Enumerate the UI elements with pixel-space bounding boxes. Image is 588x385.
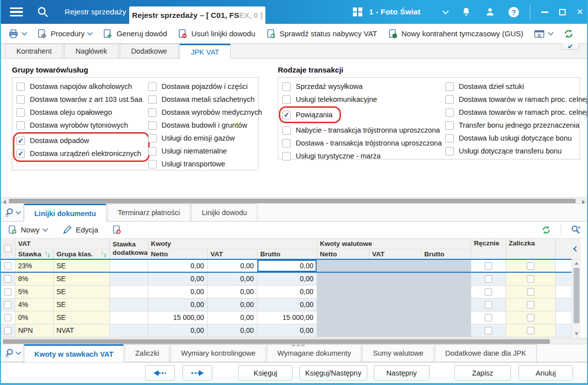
cell-brutto[interactable]: 15 000,00 — [257, 311, 317, 324]
row-checkbox[interactable] — [4, 288, 11, 296]
checkbox[interactable] — [282, 126, 291, 135]
tab-naglowek[interactable]: Nagłówek — [64, 44, 119, 58]
checkbox-item[interactable]: Dostawa budowli i gruntów — [148, 119, 262, 132]
new-line-chevron-down-icon[interactable] — [42, 226, 48, 231]
checkbox[interactable] — [445, 134, 454, 143]
ribbon-collapse-handle[interactable] — [561, 43, 579, 50]
row-checkbox[interactable] — [4, 301, 11, 308]
cell-stawka-dodatkowa[interactable] — [109, 298, 148, 311]
checkbox-item[interactable]: Dostawa towarów w ramach proc. celnej 42 — [445, 93, 588, 106]
refresh-button[interactable] — [558, 24, 580, 43]
edit-line-button[interactable]: Edycja — [57, 222, 103, 238]
cell-netto[interactable]: 0,00 — [148, 298, 207, 311]
cell-grupa[interactable]: NVAT — [53, 324, 109, 337]
app-grid-icon[interactable] — [353, 7, 362, 17]
checkbox[interactable] — [148, 121, 157, 130]
checkbox-item[interactable]: Nabycie - transakcja trójstronna uproszc… — [282, 124, 441, 137]
checkbox[interactable] — [282, 139, 291, 148]
tab-kwoty-w-stawkach-vat[interactable]: Kwoty w stawkach VAT — [24, 344, 124, 362]
cell-brutto[interactable]: 0,00 — [257, 324, 317, 337]
row-checkbox[interactable] — [4, 314, 11, 321]
checkbox[interactable] — [282, 152, 291, 160]
table-row[interactable]: 8% SE 0,00 0,00 0,00 — [1, 272, 572, 285]
hamburger-menu-icon[interactable] — [10, 7, 23, 16]
table-row[interactable]: 5% SE 0,00 0,00 0,00 — [1, 285, 572, 298]
column-wal-brutto[interactable]: Brutto — [421, 249, 471, 259]
checkbox-checked[interactable] — [16, 137, 25, 145]
checkbox[interactable] — [16, 82, 25, 91]
tab-dodatkowe[interactable]: Dodatkowe — [120, 44, 179, 58]
cell-brutto[interactable]: 0,00 — [257, 298, 317, 311]
checkbox[interactable] — [445, 95, 454, 104]
document-tab[interactable]: Rejestr sprzedaży – [ C01, FSEX, 0 ] — [129, 6, 265, 24]
grid-view-settings-button[interactable] — [1, 344, 24, 362]
column-grupa-klas[interactable]: Grupa klas.3 — [53, 249, 109, 259]
tab-linijki-dowodu[interactable]: Linijki dowodu — [191, 204, 257, 221]
column-recznie[interactable]: Ręcznie — [471, 238, 505, 259]
recznie-checkbox[interactable] — [485, 288, 492, 296]
ksieguj-nastepny-button[interactable]: Księguj/Następny — [299, 365, 367, 381]
scroll-up-arrow[interactable] — [575, 262, 579, 265]
grid-view-settings-button[interactable] — [1, 204, 24, 221]
checkbox[interactable] — [282, 82, 291, 91]
grid-view-chevron-down-icon[interactable] — [15, 209, 21, 214]
scrollbar-thumb[interactable] — [9, 199, 576, 203]
zaliczka-checkbox[interactable] — [527, 327, 534, 334]
window-settings-chevron-down-icon[interactable] — [548, 30, 553, 35]
cell-netto[interactable]: 0,00 — [148, 285, 207, 298]
grid-view-chevron-down-icon[interactable] — [15, 349, 21, 355]
checkbox-item[interactable]: Usługi niematerialne — [148, 145, 262, 157]
checkbox-item[interactable]: Powiązania — [282, 108, 333, 121]
checkbox-item[interactable]: Dostawa pojazdów i części — [148, 80, 262, 93]
help-icon[interactable] — [508, 7, 519, 17]
notifications-bell-icon[interactable] — [461, 6, 472, 17]
row-checkbox[interactable] — [4, 327, 11, 334]
print-button[interactable] — [1, 24, 31, 43]
cell-vat[interactable]: 0,00 — [207, 285, 257, 298]
recznie-checkbox[interactable] — [485, 327, 492, 334]
cell-netto[interactable]: 0,00 — [148, 272, 207, 285]
tab-kontrahent[interactable]: Kontrahent — [5, 44, 63, 58]
cell-vat[interactable]: 0,00 — [207, 324, 257, 337]
cell-netto[interactable]: 0,00 — [148, 324, 207, 337]
checkbox-checked[interactable] — [282, 111, 291, 119]
cell-stawka[interactable]: 4% — [15, 298, 53, 311]
nastepny-button[interactable]: Następny — [374, 365, 429, 381]
tab-terminarz-platnosci[interactable]: Terminarz płatności — [107, 204, 190, 221]
cell-brutto-focused[interactable]: 0,00 — [257, 259, 317, 272]
recznie-checkbox[interactable] — [485, 275, 492, 283]
checkbox-item[interactable]: Usługi dotyczące transferu bonu — [445, 145, 588, 157]
scrollbar-thumb[interactable] — [3, 339, 550, 344]
refresh-lines-button[interactable] — [536, 222, 557, 238]
checkbox-item[interactable]: Usługi telekomunikacyjne — [282, 93, 441, 106]
cell-stawka[interactable]: 0% — [15, 311, 53, 324]
column-stawka[interactable]: Stawka2 — [15, 249, 53, 259]
ksieguj-button[interactable]: Księguj — [238, 365, 293, 381]
checkbox-item[interactable]: Dostawa metali szlachetnych — [148, 93, 262, 106]
table-row[interactable]: 0% SE 15 000,00 0,00 15 000,00 — [1, 311, 572, 324]
minimize-button[interactable] — [541, 11, 548, 13]
previous-record-button[interactable] — [145, 365, 175, 381]
cell-stawka-dodatkowa[interactable] — [109, 272, 148, 285]
cell-grupa[interactable]: SE — [53, 311, 109, 324]
cell-grupa[interactable]: SE — [53, 272, 109, 285]
zaliczka-checkbox[interactable] — [527, 314, 534, 321]
table-row[interactable]: 4% SE 0,00 0,00 0,00 — [1, 298, 572, 311]
checkbox[interactable] — [148, 134, 157, 143]
checkbox[interactable] — [445, 108, 454, 117]
checkbox[interactable] — [445, 121, 454, 130]
tab-sumy-walutowe[interactable]: Sumy walutowe — [362, 344, 434, 362]
table-row[interactable]: NPN NVAT 0,00 0,00 0,00 — [1, 324, 572, 337]
checkbox-checked[interactable] — [16, 150, 25, 158]
cell-vat[interactable]: 0,00 — [207, 259, 257, 272]
cell-grupa[interactable]: SE — [53, 285, 109, 298]
checkbox-item[interactable]: Dostawa - transakcja trójstronna uproszc… — [282, 137, 441, 150]
checkbox-item[interactable]: Dostawa lub usługi dotyczące bonu — [445, 132, 588, 145]
column-wal-vat[interactable]: VAT — [369, 249, 421, 259]
cell-stawka-dodatkowa[interactable] — [109, 259, 148, 272]
cell-vat[interactable]: 0,00 — [207, 272, 257, 285]
checkbox-item[interactable]: Dostawa oleju opałowego — [16, 106, 144, 119]
cell-stawka[interactable]: 8% — [15, 272, 53, 285]
cell-grupa[interactable]: SE — [53, 298, 109, 311]
checkbox[interactable] — [148, 108, 157, 117]
